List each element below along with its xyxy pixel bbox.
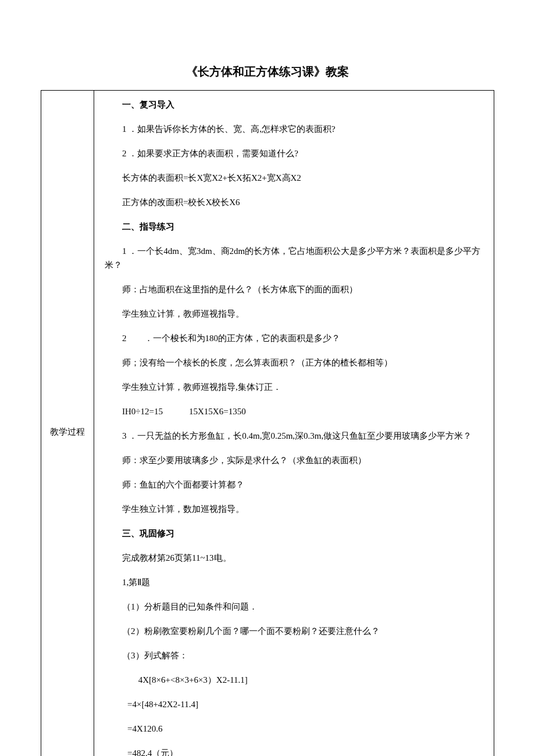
body-line: 学生独立计算，数加巡视指导。: [105, 502, 483, 516]
body-line: 师；没有给一个核长的长度，怎么算表面积？（正方体的楂长都相等）: [105, 356, 483, 370]
body-line: 师：求至少要用玻璃多少，实际是求什么？（求鱼缸的表面积）: [105, 453, 483, 467]
section-1-heading: 一、复习导入: [105, 98, 483, 112]
calc-line: =4×[48+42X2-11.4]: [105, 697, 483, 711]
body-line: 师：鱼缸的六个面都要计算都？: [105, 478, 483, 492]
body-line: 学生独立计算，教师巡视指导。: [105, 307, 483, 321]
body-line: （1）分析题目的已知条件和问题．: [105, 600, 483, 614]
body-line: 1,第Ⅱ题: [105, 575, 483, 589]
body-line: IH0÷12=15 15X15X6=1350: [105, 404, 483, 418]
body-line: （2）粉刷教室要粉刷几个面？哪一个面不要粉刷？还要注意什么？: [105, 624, 483, 638]
body-line: 1 ．一个长4dm、宽3dm、商2dm的长方体，它占地面积公大是多少平方米？表面…: [105, 244, 483, 272]
heading-text: 二、指导练习: [122, 222, 174, 231]
body-line: 3 ．一只无益的长方形鱼缸，长0.4m,宽0.25m,深0.3m,做这只鱼缸至少…: [105, 429, 483, 443]
calc-line: =482.4（元）: [105, 746, 483, 756]
row-label-cell: 教学过程: [41, 91, 94, 757]
content-cell: 一、复习导入 1 ．如果告诉你长方体的长、宽、高,怎样求它的表面积? 2 ．如果…: [94, 91, 494, 757]
body-line: 长方体的表面积=长X宽X2+长X拓X2+宽X高X2: [105, 171, 483, 185]
body-line: 完成教材第26页第11~13电。: [105, 551, 483, 565]
body-line: 学生独立计算，教师巡视指导,集体订正．: [105, 380, 483, 394]
heading-text: 一、复习导入: [122, 100, 174, 109]
body-line: 师：占地面积在这里指的是什么？（长方体底下的面的面积）: [105, 282, 483, 296]
table-row: 教学过程 一、复习导入 1 ．如果告诉你长方体的长、宽、高,怎样求它的表面积? …: [41, 91, 494, 757]
section-2-heading: 二、指导练习: [105, 220, 483, 234]
section-3-heading: 三、巩固修习: [105, 526, 483, 540]
body-line: 1 ．如果告诉你长方体的长、宽、高,怎样求它的表面积?: [105, 122, 483, 136]
body-line: 2 ．一个梭长和为180的正方体，它的表面积是多少？: [105, 331, 483, 345]
body-line: 正方体的改面积=校长X校长X6: [105, 195, 483, 209]
body-line: （3）列式解答：: [105, 648, 483, 662]
lesson-table: 教学过程 一、复习导入 1 ．如果告诉你长方体的长、宽、高,怎样求它的表面积? …: [41, 90, 494, 756]
body-line: 2 ．如果要求正方体的表面积，需要知道什么?: [105, 146, 483, 160]
page: 《长方体和正方体练习课》教案 教学过程 一、复习导入 1 ．如果告诉你长方体的长…: [0, 0, 535, 756]
page-title: 《长方体和正方体练习课》教案: [41, 64, 494, 80]
calc-line: =4X120.6: [105, 722, 483, 736]
heading-text: 三、巩固修习: [122, 529, 174, 538]
row-label: 教学过程: [50, 427, 85, 436]
content-body: 一、复习导入 1 ．如果告诉你长方体的长、宽、高,怎样求它的表面积? 2 ．如果…: [105, 98, 483, 756]
calc-line: 4X[8×6+<8×3+6×3）X2-11.1]: [105, 673, 483, 687]
